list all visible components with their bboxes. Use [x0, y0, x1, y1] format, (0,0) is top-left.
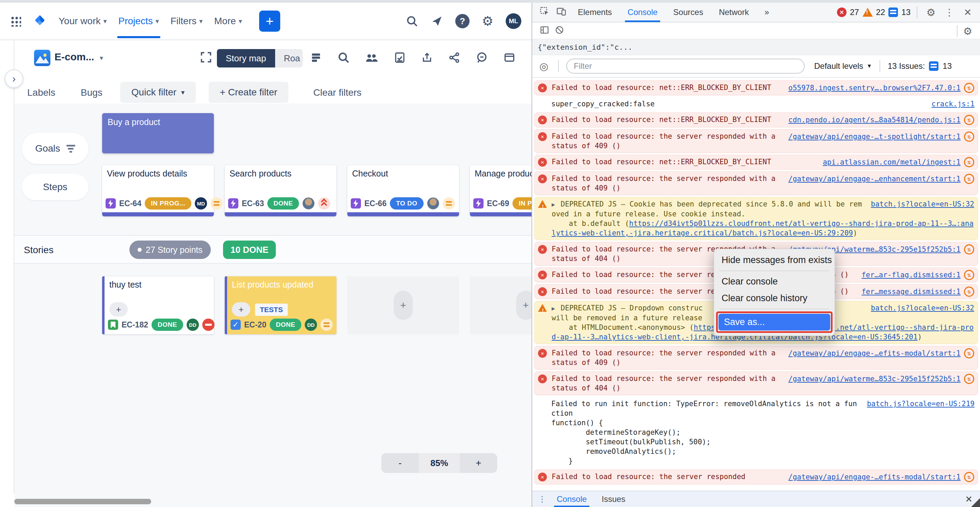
- create-filter-button[interactable]: + Create filter: [209, 82, 288, 103]
- assignee-avatar[interactable]: DD: [186, 319, 199, 331]
- status-badge[interactable]: IN PROG...: [145, 197, 191, 210]
- settings-gear-icon[interactable]: ⚙: [482, 14, 493, 28]
- people-icon[interactable]: [365, 51, 379, 64]
- issue-key[interactable]: EC-64: [119, 199, 141, 208]
- source-link[interactable]: batch.js?locale=en-US:32: [871, 199, 974, 209]
- log-levels-dropdown[interactable]: Default levels▼: [814, 61, 872, 71]
- notifications-icon[interactable]: [431, 15, 443, 27]
- source-link[interactable]: /gateway/api/engage-…t-spotlight/start:1: [788, 132, 961, 141]
- status-badge[interactable]: TO DO: [390, 197, 423, 210]
- project-name[interactable]: E-com...▾: [54, 51, 103, 63]
- add-label-button[interactable]: +: [109, 302, 128, 317]
- assignee-avatar[interactable]: MD: [195, 197, 207, 210]
- clear-console-icon[interactable]: [552, 25, 567, 37]
- devtools-settings-icon[interactable]: ⚙: [923, 6, 939, 18]
- status-badge[interactable]: DONE: [270, 319, 301, 331]
- nav-more[interactable]: More▾: [214, 16, 242, 27]
- source-link[interactable]: api.atlassian.com/metal/ingest:1: [822, 158, 961, 167]
- quick-filter-button[interactable]: Quick filter▾: [120, 82, 196, 103]
- zoom-in-button[interactable]: +: [460, 453, 497, 473]
- add-story-button[interactable]: +: [516, 291, 531, 320]
- story-card[interactable]: thuy test+EC-182DONEDD: [102, 276, 214, 334]
- drawer-tab-console[interactable]: Console: [550, 491, 593, 507]
- issues-counter[interactable]: 13 Issues: 13: [888, 61, 952, 71]
- step-card[interactable]: CheckoutEC-66TO DO: [347, 165, 459, 216]
- tab-console[interactable]: Console: [621, 2, 664, 22]
- step-card[interactable]: Manage productsEC-69IN PROG...: [470, 165, 531, 216]
- live-expression-icon[interactable]: ◎: [537, 60, 550, 72]
- search-icon[interactable]: [406, 14, 418, 28]
- step-card[interactable]: Search productsEC-63DONE: [225, 165, 336, 216]
- tab-story-map[interactable]: Story map: [217, 49, 275, 67]
- status-badge[interactable]: DONE: [267, 197, 299, 210]
- share-icon[interactable]: [448, 51, 460, 64]
- add-label-button[interactable]: +: [232, 302, 250, 317]
- add-story-button[interactable]: +: [394, 291, 413, 320]
- export-icon[interactable]: [421, 51, 433, 64]
- jira-logo[interactable]: [33, 14, 47, 28]
- devtools-menu-icon[interactable]: ⋮: [942, 7, 957, 18]
- error-badge-icon[interactable]: ✕: [837, 8, 846, 17]
- status-badge[interactable]: IN PROG...: [512, 197, 531, 210]
- steps-row-label[interactable]: Steps: [22, 174, 89, 200]
- drawer-menu-icon[interactable]: ⋮: [536, 494, 548, 504]
- expand-sidebar-button[interactable]: ›: [5, 70, 23, 88]
- console-settings-icon[interactable]: ⚙: [960, 25, 975, 37]
- step-card[interactable]: View products detailsEC-64IN PROG...MD: [102, 165, 214, 216]
- rows-icon[interactable]: [310, 51, 322, 64]
- source-link[interactable]: o55978.ingest.sentry….browser%2F7.47.0:1: [788, 83, 961, 92]
- insights-icon[interactable]: [394, 51, 406, 64]
- source-link[interactable]: batch.js?locale=en-US:219: [867, 399, 975, 408]
- menu-item[interactable]: Hide messages from exists: [716, 252, 832, 268]
- goals-row-label[interactable]: Goals: [22, 133, 89, 164]
- inspect-element-icon[interactable]: [537, 6, 552, 19]
- create-button[interactable]: +: [259, 11, 280, 32]
- tab-network[interactable]: Network: [712, 2, 756, 22]
- console-sidebar-icon[interactable]: [537, 25, 552, 37]
- feedback-icon[interactable]: [476, 51, 488, 64]
- story-placeholder[interactable]: +: [470, 276, 531, 334]
- console-filter-input[interactable]: [566, 59, 805, 73]
- nav-filters[interactable]: Filters▾: [170, 16, 203, 27]
- status-badge[interactable]: DONE: [151, 319, 183, 331]
- devtools-close-icon[interactable]: ✕: [960, 7, 975, 18]
- expand-arrow-icon[interactable]: ▶: [552, 201, 558, 208]
- device-toolbar-icon[interactable]: [554, 6, 569, 19]
- label-chip[interactable]: TESTS: [255, 304, 288, 316]
- issue-key[interactable]: EC-66: [364, 199, 387, 208]
- issue-key[interactable]: EC-182: [122, 320, 148, 330]
- source-link[interactable]: cdn.pendo.io/agent/s…8aa54814/pendo.js:1: [788, 115, 961, 125]
- board-search-icon[interactable]: [337, 51, 350, 64]
- help-icon[interactable]: ?: [455, 14, 469, 28]
- assignee-avatar[interactable]: DD: [305, 319, 317, 331]
- nav-your-work[interactable]: Your work▾: [59, 16, 107, 27]
- user-avatar[interactable]: ML: [506, 13, 521, 29]
- menu-item[interactable]: Clear console history: [716, 290, 832, 307]
- issues-badge-icon[interactable]: [888, 8, 898, 17]
- issue-key[interactable]: EC-63: [242, 199, 264, 208]
- assignee-avatar[interactable]: [427, 197, 439, 210]
- tab-sources[interactable]: Sources: [667, 2, 710, 22]
- issue-key[interactable]: EC-20: [244, 320, 266, 330]
- assignee-avatar[interactable]: [302, 197, 315, 210]
- menu-item-save-as[interactable]: Save as...: [719, 314, 830, 330]
- zoom-out-button[interactable]: -: [381, 453, 419, 473]
- tab-elements[interactable]: Elements: [571, 2, 619, 22]
- filter-bugs[interactable]: Bugs: [81, 82, 102, 104]
- project-avatar[interactable]: [34, 50, 50, 66]
- fullscreen-icon[interactable]: [199, 50, 214, 65]
- issue-key[interactable]: EC-69: [487, 199, 509, 208]
- source-link[interactable]: /gateway/api/engage-…efits-modal/start:1: [788, 349, 961, 358]
- source-link[interactable]: batch.js?locale=en-US:32: [871, 303, 974, 313]
- filter-labels[interactable]: Labels: [27, 82, 56, 104]
- source-link[interactable]: /gateway/api/engage-…efits-modal/start:1: [788, 472, 961, 482]
- story-placeholder[interactable]: +: [347, 276, 459, 334]
- drawer-tab-issues[interactable]: Issues: [595, 491, 631, 507]
- source-link[interactable]: /gateway/api/waterme…853c-295e15f252b5:1: [788, 374, 961, 384]
- source-link[interactable]: crack.js:1: [932, 99, 975, 109]
- app-switcher-icon[interactable]: [10, 16, 21, 27]
- expand-arrow-icon[interactable]: ▶: [552, 305, 558, 312]
- source-link[interactable]: fer…ar-flag.dismissed:1: [862, 270, 961, 280]
- goal-card[interactable]: Buy a product: [102, 113, 214, 153]
- more-tabs-icon[interactable]: »: [758, 2, 776, 22]
